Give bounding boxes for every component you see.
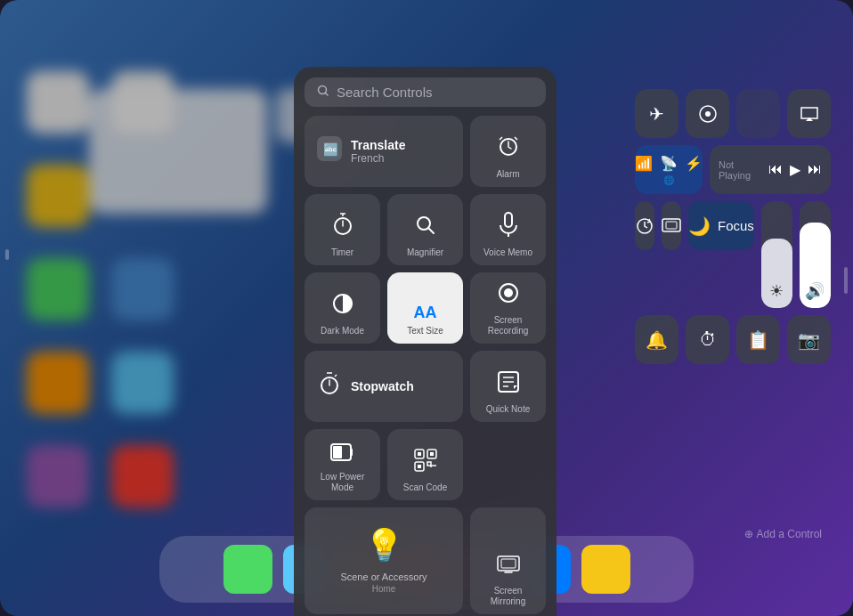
bg-icon	[27, 165, 89, 227]
rc-row-connectivity: 📶 📡 ⚡ 🌐 Not Playing ⏮ ▶ ⏭	[635, 145, 831, 194]
alarm-control[interactable]: Alarm	[470, 116, 546, 187]
quick-note-label: Quick Note	[486, 404, 530, 415]
svg-point-1	[705, 111, 711, 117]
stopwatch-title: Stopwatch	[351, 379, 414, 394]
text-size-icon: AA	[414, 304, 437, 322]
dark-mode-icon	[330, 291, 355, 322]
voice-memo-icon	[496, 211, 521, 244]
airdrop-button[interactable]	[686, 89, 729, 138]
focus-button[interactable]: 🌙 Focus	[688, 201, 754, 250]
camera-button[interactable]: 📷	[787, 315, 831, 364]
scene-accessory-sublabel: Home	[372, 584, 396, 595]
bg-icon	[196, 352, 258, 414]
notifications-button[interactable]: 🔔	[635, 315, 678, 364]
search-icon	[317, 85, 329, 100]
notes-button[interactable]: 📋	[736, 315, 780, 364]
scene-accessory-icon: 💡	[364, 527, 404, 564]
search-bar[interactable]: Search Controls	[305, 77, 546, 107]
playback-controls: ⏮ ▶ ⏭	[768, 161, 822, 178]
svg-text:🔤: 🔤	[323, 142, 339, 158]
rc-bottom-row: 🔔 ⏱ 📋 📷	[635, 315, 831, 364]
quick-note-control[interactable]: Quick Note	[470, 351, 546, 422]
voice-memo-label: Voice Memo	[483, 247, 532, 258]
svg-point-14	[504, 288, 513, 297]
volume-slider[interactable]: 🔊	[800, 201, 831, 308]
rc-row-1: ✈	[635, 89, 831, 138]
bg-icon	[196, 258, 258, 320]
stopwatch-icon	[317, 371, 342, 401]
airplay-button[interactable]	[787, 89, 831, 138]
timer-button[interactable]: ⏱	[686, 315, 729, 364]
svg-rect-3	[662, 219, 680, 231]
bg-icon	[111, 352, 174, 414]
translate-control[interactable]: 🔤 Translate French	[305, 116, 463, 187]
timer-label: Timer	[331, 247, 353, 258]
prev-button[interactable]: ⏮	[768, 161, 783, 178]
magnifier-control[interactable]: Magnifier	[387, 194, 463, 265]
stopwatch-text: Stopwatch	[351, 379, 414, 394]
right-control-center: ✈ 📶 📡 ⚡	[635, 89, 831, 371]
bg-icon	[196, 445, 258, 507]
search-controls-panel: Search Controls 🔤 Translate French	[294, 67, 556, 616]
rc-row-3: 🌙 Focus ☀ 🔊	[635, 201, 831, 308]
magnifier-label: Magnifier	[407, 247, 443, 258]
airplane-mode-button[interactable]: ✈	[635, 89, 678, 138]
svg-rect-18	[333, 446, 342, 458]
now-playing-card: Not Playing ⏮ ▶ ⏭	[710, 145, 831, 194]
translate-sublabel: French	[351, 152, 405, 165]
low-power-label: Low PowerMode	[321, 472, 364, 493]
low-power-icon	[330, 441, 355, 468]
side-power-indicator	[5, 249, 9, 260]
svg-rect-24	[418, 465, 421, 468]
bluetooth-icon: ⚡	[685, 155, 703, 172]
brightness-slider[interactable]: ☀	[761, 201, 792, 308]
moon-icon: 🌙	[688, 215, 711, 237]
alarm-icon	[495, 133, 522, 166]
scan-code-control[interactable]: Scan Code	[387, 429, 463, 500]
scene-accessory-control[interactable]: 💡 Scene or Accessory Home	[305, 507, 463, 614]
cellular-icon: 📡	[660, 155, 678, 172]
bg-icon	[111, 258, 174, 320]
stopwatch-control[interactable]: Stopwatch	[305, 351, 463, 422]
brightness-icon: ☀	[769, 281, 784, 301]
screen-mirroring-icon	[496, 555, 521, 582]
bg-icon	[27, 258, 89, 320]
volume-icon: 🔊	[805, 281, 825, 301]
bg-icon	[111, 445, 174, 507]
translate-icon: 🔤	[317, 136, 342, 166]
focus-label: Focus	[718, 218, 754, 233]
play-button[interactable]: ▶	[790, 161, 800, 178]
controls-grid: 🔤 Translate French Alarm	[305, 116, 546, 616]
wifi-cluster[interactable]: 📶 📡 ⚡ 🌐	[635, 145, 703, 194]
svg-rect-23	[430, 452, 434, 456]
screen-recording-label: ScreenRecording	[488, 315, 529, 336]
empty-button	[736, 89, 780, 138]
side-volume-indicator	[844, 267, 848, 294]
timer-control[interactable]: Timer	[305, 194, 380, 265]
voice-memo-control[interactable]: Voice Memo	[470, 194, 546, 265]
magnifier-icon	[413, 213, 438, 244]
rotation-lock-button[interactable]	[635, 201, 654, 250]
svg-rect-11	[505, 213, 512, 227]
screen-mirroring-control[interactable]: ScreenMirroring	[470, 507, 546, 614]
screen-mirror-button[interactable]	[662, 201, 681, 250]
bg-icon	[27, 71, 89, 134]
translate-text: Translate French	[351, 138, 405, 166]
bg-icon	[27, 445, 89, 507]
dark-mode-control[interactable]: Dark Mode	[305, 272, 380, 344]
dock-icon	[223, 545, 272, 594]
wifi-icon: 📶	[635, 155, 653, 172]
add-control-text[interactable]: ⊕ Add a Control	[744, 528, 822, 540]
svg-rect-4	[666, 222, 677, 229]
svg-rect-26	[501, 559, 516, 568]
text-size-control[interactable]: AA Text Size	[387, 272, 463, 344]
next-button[interactable]: ⏭	[808, 161, 822, 178]
low-power-control[interactable]: Low PowerMode	[305, 429, 380, 500]
search-placeholder: Search Controls	[337, 85, 433, 100]
screen-mirroring-label: ScreenMirroring	[491, 586, 525, 607]
scan-code-icon	[413, 448, 438, 479]
dark-mode-label: Dark Mode	[321, 326, 364, 336]
screen-recording-control[interactable]: ScreenRecording	[470, 272, 546, 344]
svg-rect-22	[418, 452, 421, 456]
scan-code-label: Scan Code	[403, 482, 447, 493]
